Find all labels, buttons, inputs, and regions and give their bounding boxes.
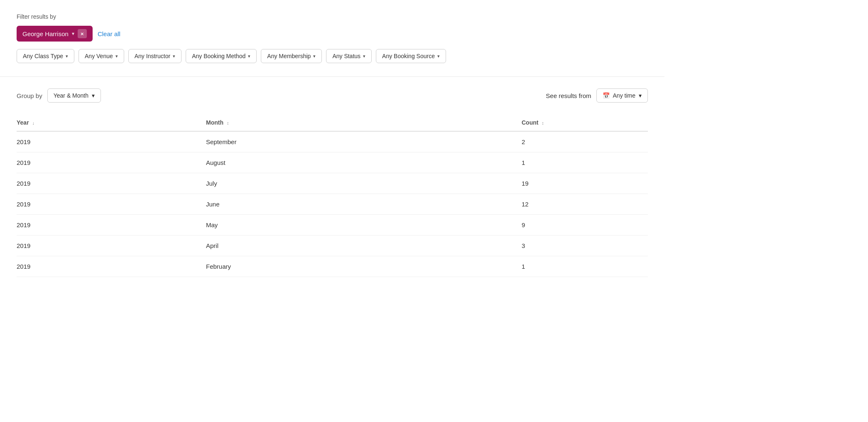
cell-count: 1 <box>522 256 648 277</box>
table-row: 2019April3 <box>17 236 648 256</box>
time-select-value: Any time <box>613 92 635 99</box>
group-by-selected-value: Year & Month <box>54 92 88 99</box>
column-count-label: Count <box>522 119 538 126</box>
active-filter-name: George Harrison <box>22 30 69 37</box>
group-by-arrow: ▾ <box>92 92 95 99</box>
cell-month: September <box>206 131 522 152</box>
column-header-year[interactable]: Year ↓ <box>17 114 206 131</box>
table-row: 2019August1 <box>17 152 648 173</box>
dropdown-booking-method[interactable]: Any Booking Method ▾ <box>186 49 257 63</box>
dropdown-booking-method-arrow: ▾ <box>248 54 250 59</box>
dropdown-membership-arrow: ▾ <box>313 54 316 59</box>
dropdown-class-type-label: Any Class Type <box>23 53 63 59</box>
dropdown-status-arrow: ▾ <box>363 54 365 59</box>
filter-results-label: Filter results by <box>17 13 648 20</box>
results-table: Year ↓ Month ↕ Count ↕ 2019September2201… <box>17 114 648 277</box>
dropdown-instructor-label: Any Instructor <box>135 53 170 59</box>
time-select-arrow: ▾ <box>639 92 642 99</box>
table-header: Year ↓ Month ↕ Count ↕ <box>17 114 648 131</box>
cell-count: 1 <box>522 152 648 173</box>
time-select-button[interactable]: 📅 Any time ▾ <box>596 88 648 103</box>
column-header-count[interactable]: Count ↕ <box>522 114 648 131</box>
cell-month: May <box>206 215 522 236</box>
column-year-sort-icon: ↓ <box>32 120 34 125</box>
section-divider <box>0 76 664 77</box>
dropdown-venue-arrow: ▾ <box>115 54 118 59</box>
column-month-sort-icon: ↕ <box>227 120 229 125</box>
cell-year: 2019 <box>17 173 206 194</box>
dropdown-instructor[interactable]: Any Instructor ▾ <box>128 49 181 63</box>
active-filter-row: George Harrison ▾ × Clear all <box>17 26 648 42</box>
column-month-label: Month <box>206 119 223 126</box>
cell-count: 12 <box>522 194 648 215</box>
calendar-icon: 📅 <box>603 92 610 99</box>
table-row: 2019September2 <box>17 131 648 152</box>
column-header-month[interactable]: Month ↕ <box>206 114 522 131</box>
cell-year: 2019 <box>17 152 206 173</box>
see-results-label: See results from <box>546 92 591 99</box>
dropdown-instructor-arrow: ▾ <box>173 54 175 59</box>
dropdown-booking-source[interactable]: Any Booking Source ▾ <box>376 49 446 63</box>
cell-year: 2019 <box>17 256 206 277</box>
table-row: 2019May9 <box>17 215 648 236</box>
cell-month: August <box>206 152 522 173</box>
active-filter-dropdown-arrow: ▾ <box>72 31 74 37</box>
cell-count: 19 <box>522 173 648 194</box>
dropdown-status-label: Any Status <box>332 53 360 59</box>
dropdown-class-type[interactable]: Any Class Type ▾ <box>17 49 74 63</box>
filter-dropdowns: Any Class Type ▾ Any Venue ▾ Any Instruc… <box>17 49 648 63</box>
cell-count: 9 <box>522 215 648 236</box>
cell-month: July <box>206 173 522 194</box>
active-filter-close-button[interactable]: × <box>78 29 87 38</box>
table-body: 2019September22019August12019July192019J… <box>17 131 648 277</box>
cell-year: 2019 <box>17 236 206 256</box>
cell-year: 2019 <box>17 131 206 152</box>
dropdown-status[interactable]: Any Status ▾ <box>326 49 372 63</box>
dropdown-venue[interactable]: Any Venue ▾ <box>78 49 124 63</box>
cell-year: 2019 <box>17 215 206 236</box>
group-by-section: Group by Year & Month ▾ <box>17 88 101 103</box>
dropdown-membership[interactable]: Any Membership ▾ <box>261 49 322 63</box>
dropdown-booking-source-label: Any Booking Source <box>382 53 435 59</box>
column-year-label: Year <box>17 119 29 126</box>
cell-month: February <box>206 256 522 277</box>
table-header-row: Year ↓ Month ↕ Count ↕ <box>17 114 648 131</box>
dropdown-booking-method-label: Any Booking Method <box>192 53 245 59</box>
cell-count: 3 <box>522 236 648 256</box>
dropdown-membership-label: Any Membership <box>267 53 311 59</box>
see-results-section: See results from 📅 Any time ▾ <box>546 88 648 103</box>
dropdown-class-type-arrow: ▾ <box>66 54 68 59</box>
group-by-label: Group by <box>17 92 42 99</box>
table-row: 2019February1 <box>17 256 648 277</box>
active-filter-tag[interactable]: George Harrison ▾ × <box>17 26 93 42</box>
group-by-select[interactable]: Year & Month ▾ <box>47 88 101 103</box>
cell-month: April <box>206 236 522 256</box>
column-count-sort-icon: ↕ <box>542 120 544 125</box>
dropdown-booking-source-arrow: ▾ <box>437 54 440 59</box>
table-row: 2019June12 <box>17 194 648 215</box>
table-row: 2019July19 <box>17 173 648 194</box>
cell-count: 2 <box>522 131 648 152</box>
group-bar: Group by Year & Month ▾ See results from… <box>17 88 648 103</box>
dropdown-venue-label: Any Venue <box>85 53 113 59</box>
cell-month: June <box>206 194 522 215</box>
cell-year: 2019 <box>17 194 206 215</box>
clear-all-button[interactable]: Clear all <box>98 30 120 37</box>
